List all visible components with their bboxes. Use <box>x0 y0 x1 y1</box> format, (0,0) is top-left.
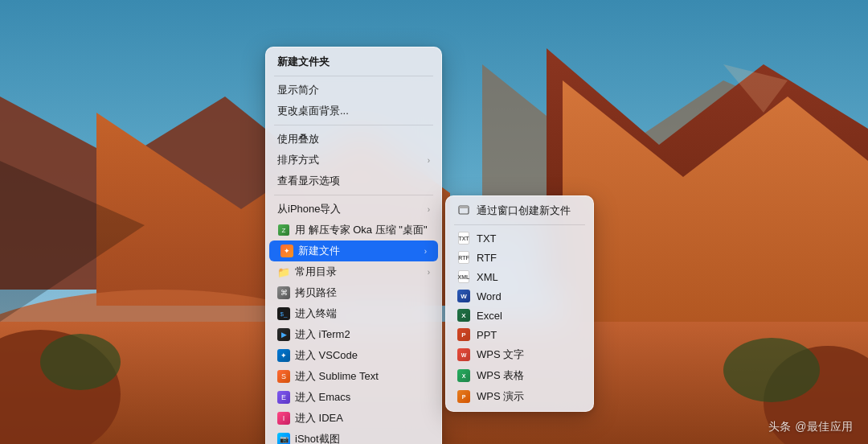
separator-1 <box>274 76 433 76</box>
menu-label-compress: 用 解压专家 Oka 压缩 "桌面" <box>295 223 428 237</box>
submenu-item-txt[interactable]: TXT TXT <box>446 228 593 248</box>
copy-path-icon: ⌘ <box>277 286 290 299</box>
compress-icon: Z <box>277 224 290 236</box>
svg-rect-16 <box>459 206 469 208</box>
submenu-label-excel: Excel <box>477 310 502 322</box>
chevron-right-icon-2: › <box>428 205 430 214</box>
menu-label-import-iphone: 从iPhone导入 <box>277 202 341 216</box>
menu-item-change-bg[interactable]: 更改桌面背景... <box>266 101 441 121</box>
menu-item-show-info[interactable]: 显示简介 <box>266 80 441 101</box>
submenu-item-create-window[interactable]: 通过窗口创建新文件 <box>446 200 593 221</box>
new-file-icon: ✦ <box>280 245 293 257</box>
submenu-item-rtf[interactable]: RTF RTF <box>446 248 593 267</box>
context-menu: 新建文件夹 显示简介 更改桌面背景... 使用叠放 排序方式 › 查看显示选项 … <box>265 47 442 444</box>
watermark: 头条 @最佳应用 <box>768 420 854 434</box>
wps-ppt-icon: P <box>457 390 470 403</box>
ppt-icon: P <box>457 328 470 341</box>
menu-label-show-info: 显示简介 <box>277 83 319 97</box>
menu-label-new-folder: 新建文件夹 <box>277 55 330 69</box>
menu-item-emacs[interactable]: E 进入 Emacs <box>266 387 441 408</box>
excel-icon: X <box>457 309 470 322</box>
submenu-new-file: 通过窗口创建新文件 TXT TXT RTF RTF XML XML <box>445 195 594 412</box>
menu-label-iterm2: 进入 iTerm2 <box>295 327 350 342</box>
word-icon: W <box>457 290 470 302</box>
menu-item-vscode[interactable]: ✦ 进入 VSCode <box>266 345 441 366</box>
submenu-label-rtf: RTF <box>477 252 497 264</box>
chevron-right-icon: › <box>428 156 430 165</box>
iterm2-icon: ▶ <box>277 328 290 341</box>
terminal-icon: $_ <box>277 307 290 320</box>
menu-item-view-options[interactable]: 查看显示选项 <box>266 171 441 191</box>
chevron-right-icon-3: › <box>424 247 427 256</box>
txt-file-icon: TXT <box>457 232 470 245</box>
separator-2 <box>274 125 433 125</box>
menu-label-view-options: 查看显示选项 <box>277 174 340 188</box>
menu-label-use-stack: 使用叠放 <box>277 132 319 146</box>
submenu-label-ppt: PPT <box>477 329 497 341</box>
menu-item-use-stack[interactable]: 使用叠放 <box>266 129 441 150</box>
wps-text-icon: W <box>457 348 470 361</box>
submenu-item-wps-ppt[interactable]: P WPS 演示 <box>446 386 593 407</box>
menu-label-vscode: 进入 VSCode <box>295 348 358 363</box>
separator-3 <box>274 195 433 195</box>
separator-sub-1 <box>454 224 585 225</box>
folder-icon: 📁 <box>277 265 290 278</box>
svg-point-11 <box>723 338 820 402</box>
context-menu-wrapper: 新建文件夹 显示简介 更改桌面背景... 使用叠放 排序方式 › 查看显示选项 … <box>265 47 594 444</box>
submenu-label-wps-excel: WPS 表格 <box>477 368 524 383</box>
menu-label-common-dir: 常用目录 <box>295 265 337 279</box>
emacs-icon: E <box>277 391 290 404</box>
menu-item-common-dir[interactable]: 📁 常用目录 › <box>266 261 441 282</box>
idea-icon: I <box>277 412 290 425</box>
menu-item-new-folder[interactable]: 新建文件夹 <box>266 51 441 72</box>
menu-item-sort-by[interactable]: 排序方式 › <box>266 150 441 171</box>
chevron-right-icon-4: › <box>428 268 430 277</box>
window-icon <box>457 204 470 217</box>
xml-file-icon: XML <box>457 270 470 283</box>
menu-item-iterm2[interactable]: ▶ 进入 iTerm2 <box>266 324 441 345</box>
svg-point-12 <box>40 334 121 390</box>
menu-item-terminal[interactable]: $_ 进入终端 <box>266 303 441 324</box>
menu-item-import-iphone[interactable]: 从iPhone导入 › <box>266 199 441 220</box>
vscode-icon: ✦ <box>277 349 290 362</box>
submenu-label-xml: XML <box>477 271 498 283</box>
submenu-item-wps-text[interactable]: W WPS 文字 <box>446 344 593 365</box>
menu-label-change-bg: 更改桌面背景... <box>277 104 349 118</box>
ishot-icon: 📷 <box>277 433 290 444</box>
submenu-item-xml[interactable]: XML XML <box>446 267 593 286</box>
submenu-label-wps-ppt: WPS 演示 <box>477 389 524 404</box>
menu-item-copy-path[interactable]: ⌘ 拷贝路径 <box>266 282 441 303</box>
submenu-label-word: Word <box>477 290 502 302</box>
submenu-item-word[interactable]: W Word <box>446 286 593 306</box>
menu-item-new-file[interactable]: ✦ 新建文件 › <box>269 240 438 261</box>
sublime-icon: S <box>277 370 290 383</box>
rtf-file-icon: RTF <box>457 251 470 264</box>
menu-item-idea[interactable]: I 进入 IDEA <box>266 408 441 429</box>
menu-label-emacs: 进入 Emacs <box>295 390 350 405</box>
submenu-label-create-window: 通过窗口创建新文件 <box>477 204 571 218</box>
menu-label-sublime: 进入 Sublime Text <box>295 369 379 384</box>
menu-label-idea: 进入 IDEA <box>295 411 343 426</box>
submenu-item-ppt[interactable]: P PPT <box>446 325 593 344</box>
menu-label-sort-by: 排序方式 <box>277 153 319 167</box>
menu-label-copy-path: 拷贝路径 <box>295 286 337 300</box>
menu-label-new-file: 新建文件 <box>298 244 340 258</box>
menu-label-ishot: iShot截图 <box>295 432 340 444</box>
menu-item-sublime[interactable]: S 进入 Sublime Text <box>266 366 441 387</box>
submenu-label-txt: TXT <box>477 232 497 245</box>
wps-excel-icon: X <box>457 369 470 382</box>
menu-item-ishot[interactable]: 📷 iShot截图 <box>266 429 441 444</box>
menu-label-terminal: 进入终端 <box>295 306 337 321</box>
submenu-label-wps-text: WPS 文字 <box>477 347 524 362</box>
submenu-item-wps-excel[interactable]: X WPS 表格 <box>446 365 593 386</box>
menu-item-compress[interactable]: Z 用 解压专家 Oka 压缩 "桌面" <box>266 220 441 240</box>
submenu-item-excel[interactable]: X Excel <box>446 306 593 325</box>
